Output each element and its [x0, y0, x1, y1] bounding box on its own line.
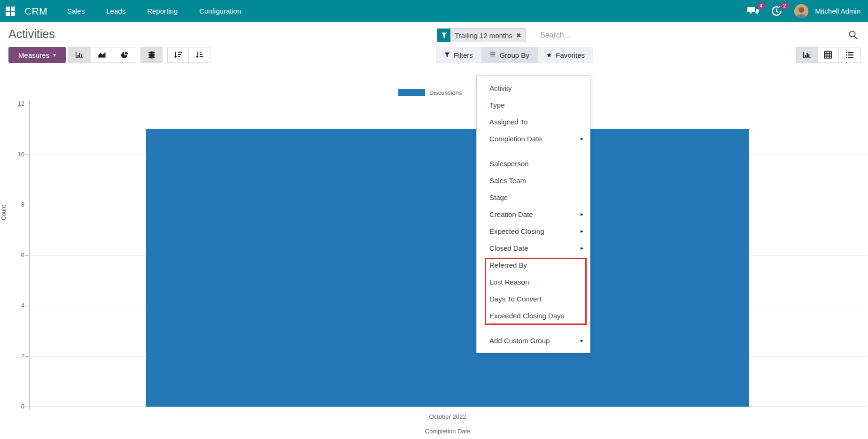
menu-item-label: Creation Date	[489, 210, 533, 218]
menu-item-completion-date[interactable]: Completion Date ▸	[477, 130, 590, 147]
legend-item-discussions[interactable]: Discussions	[398, 89, 462, 96]
menu-item-label: Days To Convert	[489, 295, 542, 303]
gridline	[29, 104, 867, 104]
y-tick-label: 0	[8, 403, 24, 410]
menu-item-salesperson[interactable]: Salesperson	[477, 155, 590, 172]
menu-item-type[interactable]: Type	[477, 96, 590, 113]
pie-chart-icon	[121, 51, 129, 59]
pie-chart-button[interactable]	[113, 47, 136, 62]
y-tick	[25, 205, 29, 205]
facet-body: Trailing 12 months ✖	[450, 29, 526, 42]
menu-item-label: Activity	[489, 84, 512, 92]
menu-item-label: Stage	[489, 193, 508, 201]
y-tick-label: 12	[8, 100, 24, 107]
menu-item-label: Assigned To	[489, 118, 527, 126]
menu-item-lost-reason[interactable]: Lost Reason	[477, 273, 590, 290]
activities-button[interactable]: 2	[771, 5, 783, 17]
menu-item-expected-closing[interactable]: Expected Closing ▸	[477, 223, 590, 239]
submenu-arrow-icon: ▸	[581, 337, 583, 344]
list-view-button[interactable]	[839, 47, 860, 62]
area-chart-button[interactable]	[91, 47, 113, 62]
menu-item-label: Salesperson	[489, 160, 528, 168]
search-facet: Trailing 12 months ✖	[437, 28, 526, 42]
graph-view-button[interactable]	[797, 47, 818, 62]
nav-item-leads[interactable]: Leads	[106, 7, 125, 15]
menu-item-closed-date[interactable]: Closed Date ▸	[477, 239, 590, 256]
menu-item-label: Add Custom Group	[489, 337, 550, 345]
submenu-arrow-icon: ▸	[581, 135, 583, 142]
y-tick	[25, 154, 29, 155]
top-navbar: CRM Sales Leads Reporting Configuration …	[0, 0, 868, 22]
menu-item-activity[interactable]: Activity	[477, 79, 590, 96]
filters-label: Filters	[454, 51, 473, 59]
menu-item-label: Completion Date	[489, 135, 542, 143]
menu-item-label: Lost Reason	[489, 278, 529, 286]
group-by-label: Group By	[499, 51, 529, 59]
y-tick	[25, 306, 29, 306]
list-view-icon	[845, 51, 854, 59]
menu-item-label: Closed Date	[489, 244, 528, 252]
menu-divider	[477, 151, 590, 151]
area-chart-icon	[98, 51, 106, 59]
caret-down-icon: ▾	[53, 52, 56, 58]
sort-group	[167, 47, 210, 63]
search-icon[interactable]	[848, 30, 858, 40]
group-by-button[interactable]: ☰ Group By	[481, 47, 538, 63]
filters-funnel-icon	[444, 52, 450, 58]
measures-label: Measures	[18, 51, 49, 59]
menu-item-sales-team[interactable]: Sales Team	[477, 172, 590, 189]
favorites-label: Favorites	[556, 51, 585, 59]
search-options: Filters ☰ Group By ★ Favorites	[436, 47, 593, 63]
legend-label: Discussions	[429, 89, 462, 96]
nav-item-configuration[interactable]: Configuration	[199, 7, 241, 15]
bar-discussions[interactable]	[146, 129, 749, 407]
y-tick	[25, 407, 29, 407]
menu-item-stage[interactable]: Stage	[477, 189, 590, 206]
y-tick-label: 10	[8, 151, 24, 158]
search-input[interactable]	[540, 28, 803, 42]
y-tick	[25, 255, 29, 256]
x-axis-baseline	[29, 407, 867, 407]
menu-item-exceeded-closing-days[interactable]: Exceeded Closing Days	[477, 307, 590, 324]
messages-button[interactable]: 4	[747, 5, 760, 17]
y-tick-label: 8	[8, 201, 24, 208]
bar-chart-icon	[75, 51, 84, 59]
user-name: Mitchell Admin	[815, 7, 860, 15]
pivot-view-button[interactable]	[818, 47, 839, 62]
group-by-hamburger-icon: ☰	[490, 51, 496, 59]
avatar	[794, 4, 808, 18]
menu-item-label: Expected Closing	[489, 227, 544, 235]
nav-item-sales[interactable]: Sales	[67, 7, 85, 15]
apps-menu-icon[interactable]	[6, 7, 15, 16]
navbar-right: 4 2 Mitchell Admin	[747, 4, 860, 18]
filter-funnel-icon	[437, 29, 450, 42]
bar-chart-button[interactable]	[68, 47, 91, 62]
user-menu[interactable]: Mitchell Admin	[794, 4, 860, 18]
facet-label: Trailing 12 months	[455, 31, 512, 39]
menu-item-add-custom-group[interactable]: Add Custom Group ▸	[477, 332, 590, 349]
menu-item-referred-by[interactable]: Referred By	[477, 256, 590, 273]
menu-item-label: Type	[489, 101, 505, 109]
filters-button[interactable]: Filters	[436, 47, 481, 63]
menu-divider	[477, 328, 590, 328]
stacked-toggle-button[interactable]	[141, 47, 162, 62]
page-title: Activities	[8, 27, 55, 41]
stacked-database-icon	[147, 51, 156, 59]
favorites-button[interactable]: ★ Favorites	[538, 47, 593, 63]
apps-grid-square	[6, 7, 10, 11]
sort-descending-button[interactable]	[168, 47, 189, 62]
nav-menu: Sales Leads Reporting Configuration	[67, 7, 241, 15]
graph-view-icon	[803, 51, 811, 59]
app-name[interactable]: CRM	[24, 6, 47, 17]
menu-item-days-to-convert[interactable]: Days To Convert	[477, 290, 590, 307]
facet-close-icon[interactable]: ✖	[516, 32, 521, 39]
menu-item-creation-date[interactable]: Creation Date ▸	[477, 206, 590, 223]
apps-grid-square	[11, 7, 15, 11]
y-tick-label: 6	[8, 252, 24, 259]
x-tick-label: October 2022	[354, 413, 542, 420]
menu-item-assigned-to[interactable]: Assigned To	[477, 113, 590, 130]
nav-item-reporting[interactable]: Reporting	[147, 7, 178, 15]
measures-button[interactable]: Measures ▾	[8, 47, 66, 63]
sort-ascending-button[interactable]	[189, 47, 210, 62]
chart-plot-area: 12 10 8 6 4 2 0	[0, 104, 868, 407]
